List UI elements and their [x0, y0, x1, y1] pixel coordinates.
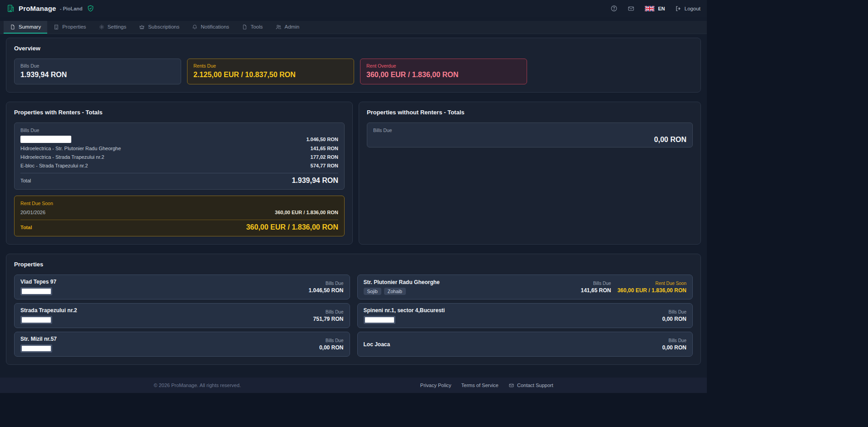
- totals-row: 1.046,50 RON: [20, 136, 338, 143]
- tab-admin[interactable]: Admin: [269, 21, 306, 34]
- shield-check-icon: [87, 5, 94, 12]
- copyright-text: © 2026 ProManage. All rights reserved.: [154, 383, 241, 388]
- property-card[interactable]: Strada Trapezului nr.2Bills Due751,79 RO…: [14, 303, 350, 328]
- logout-label: Logout: [685, 6, 700, 11]
- logout-button[interactable]: Logout: [675, 5, 700, 12]
- divider: [20, 220, 338, 220]
- redacted-renter-badge: [20, 344, 52, 353]
- row-value: 360,00 EUR / 1.836,00 RON: [275, 210, 338, 215]
- bills-due-metric: Bills Due0,00 RON: [662, 338, 686, 351]
- property-card[interactable]: Str. Mizil nr.57Bills Due0,00 RON: [14, 332, 350, 357]
- app-header: ProManage - PioLand: [0, 0, 707, 17]
- bills-rows-list: 1.046,50 RONHidroelectrica - Str. Pluton…: [20, 136, 338, 169]
- app-container: ProManage - PioLand: [0, 0, 707, 393]
- bills-due-card: Bills Due 1.939,94 RON: [14, 59, 181, 84]
- row-name: E-bloc - Strada Trapezului nr.2: [20, 163, 88, 168]
- metric-value: 0,00 RON: [319, 344, 343, 351]
- contact-support-link[interactable]: Contact Support: [508, 383, 553, 388]
- page-icon: [242, 24, 247, 30]
- redacted-name-block: [20, 136, 71, 143]
- rent-rows-list: 20/01/2026360,00 EUR / 1.836,00 RON: [20, 209, 338, 216]
- app-footer: © 2026 ProManage. All rights reserved. P…: [0, 378, 707, 393]
- row-value: 141,65 RON: [311, 146, 338, 151]
- rent-overdue-value: 360,00 EUR / 1.836,00 RON: [366, 71, 521, 79]
- properties-panel: Properties Vlad Tepes 97Bills Due1.046,5…: [6, 254, 701, 365]
- envelope-icon: [508, 383, 514, 388]
- without-renters-totals-panel: Properties without Renters - Totals Bill…: [359, 102, 701, 245]
- redacted-renter-badge: [364, 316, 395, 324]
- without-renters-title: Properties without Renters - Totals: [367, 109, 693, 116]
- properties-grid: Vlad Tepes 97Bills Due1.046,50 RONStr. P…: [14, 275, 693, 357]
- redacted-renter-badge: [20, 287, 52, 295]
- users-icon: [276, 24, 281, 30]
- rent-total-label: Total: [20, 225, 32, 230]
- property-name: Str. Mizil nr.57: [20, 336, 57, 342]
- tab-summary[interactable]: Summary: [4, 21, 47, 34]
- totals-row: 20/01/2026360,00 EUR / 1.836,00 RON: [20, 209, 338, 216]
- row-name: Hidroelectrica - Strada Trapezului nr.2: [20, 154, 104, 160]
- property-card[interactable]: Vlad Tepes 97Bills Due1.046,50 RON: [14, 275, 350, 299]
- rent-overdue-card: Rent Overdue 360,00 EUR / 1.836,00 RON: [360, 59, 527, 84]
- tab-settings[interactable]: Settings: [93, 21, 133, 34]
- bills-due-label: Bills Due: [20, 63, 175, 69]
- rent-total-value: 360,00 EUR / 1.836,00 RON: [246, 223, 338, 231]
- renter-badge[interactable]: Zohaib: [384, 288, 406, 295]
- metric-label: Bills Due: [326, 281, 343, 286]
- with-renters-bills-card: Bills Due 1.046,50 RONHidroelectrica - S…: [14, 123, 345, 190]
- bills-card-label: Bills Due: [20, 128, 338, 133]
- property-card[interactable]: Loc JoacaBills Due0,00 RON: [357, 332, 693, 357]
- help-icon[interactable]: [611, 5, 617, 12]
- terms-of-service-link[interactable]: Terms of Service: [461, 383, 498, 388]
- tab-tools[interactable]: Tools: [236, 21, 269, 34]
- metric-value: 0,00 RON: [662, 316, 686, 322]
- row-name: 20/01/2026: [20, 210, 45, 215]
- tab-subscriptions[interactable]: Subscriptions: [133, 21, 186, 34]
- metric-value: 1.046,50 RON: [309, 287, 344, 294]
- uk-flag-icon: [645, 6, 655, 11]
- tab-notifications[interactable]: Notifications: [186, 21, 236, 34]
- bills-due-metric: Bills Due0,00 RON: [319, 338, 343, 351]
- property-name: Strada Trapezului nr.2: [20, 307, 77, 314]
- metric-label: Bills Due: [326, 338, 343, 343]
- with-renters-totals-panel: Properties with Renters - Totals Bills D…: [6, 102, 353, 245]
- property-name: Vlad Tepes 97: [20, 279, 56, 285]
- metric-label: Bills Due: [593, 281, 611, 286]
- logout-icon: [675, 5, 681, 12]
- property-name: Str. Plutonier Radu Gheorghe: [364, 279, 440, 285]
- metric-value: 0,00 RON: [662, 344, 686, 351]
- metric-label: Bills Due: [669, 338, 686, 343]
- row-value: 574,77 RON: [311, 163, 338, 168]
- property-card[interactable]: Spineni nr.1, sector 4,BucurestiBills Du…: [357, 303, 693, 328]
- bills-card-label: Bills Due: [373, 128, 686, 133]
- without-renters-bills-card: Bills Due 0,00 RON: [367, 123, 693, 147]
- privacy-policy-link[interactable]: Privacy Policy: [420, 383, 451, 388]
- building-icon: [54, 24, 59, 30]
- rents-due-value: 2.125,00 EUR / 10.837,50 RON: [193, 71, 348, 79]
- bills-total-value: 1.939,94 RON: [292, 177, 338, 185]
- property-card[interactable]: Str. Plutonier Radu GheorgheSojibZohaibB…: [357, 275, 693, 299]
- tab-properties[interactable]: Properties: [47, 21, 92, 34]
- rents-due-card: Rents Due 2.125,00 EUR / 10.837,50 RON: [187, 59, 354, 84]
- rents-due-label: Rents Due: [193, 63, 348, 69]
- document-icon: [10, 24, 15, 30]
- messages-icon[interactable]: [627, 5, 635, 12]
- redacted-block: [22, 289, 51, 294]
- renter-badge[interactable]: Sojib: [364, 288, 381, 295]
- bills-due-metric: Bills Due1.046,50 RON: [309, 281, 344, 294]
- property-name: Spineni nr.1, sector 4,Bucuresti: [364, 307, 445, 314]
- properties-title: Properties: [14, 261, 693, 268]
- crown-icon: [139, 24, 145, 30]
- bills-due-metric: Bills Due751,79 RON: [313, 309, 344, 322]
- redacted-block: [22, 346, 51, 351]
- totals-row: Hidroelectrica - Str. Plutonier Radu Ghe…: [20, 145, 338, 152]
- with-renters-title: Properties with Renters - Totals: [14, 109, 345, 116]
- bills-total-label: Total: [20, 178, 31, 183]
- metric-value: 141,65 RON: [581, 287, 611, 294]
- bills-due-metric: Bills Due141,65 RON: [581, 281, 611, 294]
- bills-zero-value: 0,00 RON: [373, 136, 686, 144]
- overview-title: Overview: [14, 45, 693, 52]
- language-code: EN: [658, 6, 665, 11]
- language-selector[interactable]: EN: [645, 6, 665, 11]
- bell-icon: [192, 24, 197, 30]
- row-name: Hidroelectrica - Str. Plutonier Radu Ghe…: [20, 146, 121, 151]
